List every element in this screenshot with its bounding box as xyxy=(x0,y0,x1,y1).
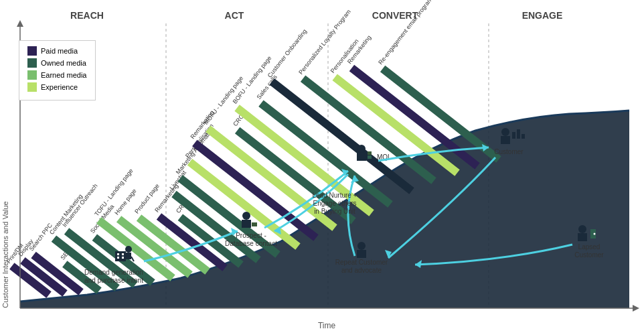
svg-point-79 xyxy=(357,242,366,250)
lapsed-label: Lapsed xyxy=(578,243,600,251)
phase-act: ACT xyxy=(225,10,244,21)
legend-earned-label: Earned media xyxy=(41,71,87,79)
svg-rect-61 xyxy=(117,257,119,259)
svg-rect-73 xyxy=(368,155,372,159)
repeat-label: Repeat Customer xyxy=(335,259,388,266)
svg-rect-59 xyxy=(117,253,119,255)
x-axis-label: Time xyxy=(318,321,336,330)
y-axis-label: Customer Interactions and Value xyxy=(1,201,9,308)
lead-nurture-label: Lead Nurture + xyxy=(313,192,357,199)
legend-owned-color xyxy=(27,58,37,68)
svg-point-67 xyxy=(242,212,250,220)
legend-experience-label: Experience xyxy=(41,83,78,91)
prospect-label: Prospect - xyxy=(236,232,266,239)
legend-earned-color xyxy=(27,70,37,80)
svg-rect-75 xyxy=(501,136,510,144)
engage-others-label: Engage others xyxy=(313,200,356,207)
persona-demand-label2: and purchase intent xyxy=(84,277,143,284)
svg-rect-68 xyxy=(242,220,251,228)
main-chart: Customer Interactions and Value REACH AC… xyxy=(0,0,644,335)
prospect-label2: Database contact xyxy=(225,240,277,247)
svg-point-81 xyxy=(578,225,586,233)
svg-rect-76 xyxy=(512,132,515,139)
legend-paid-label: Paid media xyxy=(41,47,78,55)
repeat-label2: and advocate xyxy=(341,267,382,274)
svg-rect-78 xyxy=(521,134,525,139)
svg-rect-72 xyxy=(368,151,372,155)
svg-rect-64 xyxy=(126,253,131,259)
phase-engage: ENGAGE xyxy=(522,10,563,21)
svg-rect-69 xyxy=(252,222,257,226)
legend-owned-label: Owned media xyxy=(41,59,86,67)
svg-rect-77 xyxy=(517,129,520,139)
customer-label: Customer xyxy=(494,148,524,155)
svg-point-70 xyxy=(357,145,366,153)
svg-point-63 xyxy=(125,246,132,253)
legend-experience-color xyxy=(27,82,37,92)
svg-point-74 xyxy=(501,128,509,136)
svg-rect-60 xyxy=(122,253,124,255)
svg-rect-62 xyxy=(122,257,124,259)
svg-rect-82 xyxy=(578,233,587,241)
chart-container: Customer Interactions and Value REACH AC… xyxy=(0,0,644,335)
svg-rect-71 xyxy=(357,153,366,161)
persona-repeat xyxy=(357,242,366,258)
lapsed-label2: Customer xyxy=(574,251,604,259)
svg-rect-80 xyxy=(357,250,366,258)
svg-point-84 xyxy=(594,233,596,235)
buying-unit-label: in Buying Unit xyxy=(314,208,355,215)
persona-demand-label: Demand generation xyxy=(84,269,143,276)
legend-paid-color xyxy=(27,46,37,56)
phase-reach: REACH xyxy=(70,10,104,21)
legend: Paid media Owned media Earned media Expe… xyxy=(19,40,96,100)
